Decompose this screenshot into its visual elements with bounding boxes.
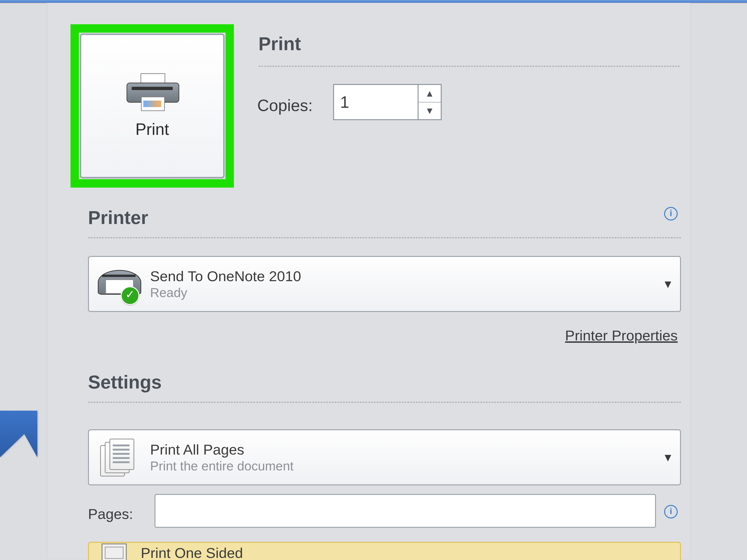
divider (88, 237, 681, 238)
copies-decrement[interactable]: ▼ (418, 102, 441, 119)
divider (88, 402, 681, 403)
tutorial-highlight: Print (71, 24, 234, 188)
copies-increment[interactable]: ▲ (418, 85, 441, 102)
print-button-label: Print (135, 120, 169, 139)
divider (258, 66, 680, 67)
copies-spinner[interactable]: ▲ ▼ (333, 84, 442, 120)
printer-select-text: Send To OneNote 2010 Ready (150, 268, 654, 300)
pages-input[interactable] (155, 494, 656, 528)
sides-dropdown[interactable]: Print One Sided (88, 542, 681, 560)
printer-select-dropdown[interactable]: ✓ Send To OneNote 2010 Ready ▼ (88, 256, 681, 312)
print-backstage-view: Print Print Copies: ▲ ▼ Printer i ✓ (0, 0, 747, 560)
spinner-arrows: ▲ ▼ (418, 85, 441, 119)
check-icon: ✓ (121, 286, 139, 305)
print-button[interactable]: Print (80, 34, 225, 178)
copies-label: Copies: (257, 96, 313, 115)
printer-icon (127, 73, 178, 113)
print-range-title: Print All Pages (150, 441, 654, 458)
print-range-subtitle: Print the entire document (150, 458, 654, 474)
pages-label: Pages: (88, 506, 133, 522)
single-page-icon (96, 543, 133, 560)
printer-ready-icon: ✓ (96, 265, 142, 303)
print-range-dropdown[interactable]: Print All Pages Print the entire documen… (88, 429, 681, 485)
sides-title: Print One Sided (141, 544, 243, 560)
backstage-tab-indicator (0, 411, 37, 457)
print-range-text: Print All Pages Print the entire documen… (150, 441, 654, 474)
printer-section-title: Printer (88, 207, 148, 229)
print-heading: Print (258, 33, 301, 55)
printer-status: Ready (150, 285, 654, 300)
pages-info-icon[interactable]: i (664, 505, 678, 518)
copies-input[interactable] (334, 92, 418, 112)
print-panel: Print Print Copies: ▲ ▼ Printer i ✓ (47, 3, 691, 558)
printer-info-icon[interactable]: i (664, 207, 678, 220)
window-title-bar (0, 0, 747, 3)
chevron-down-icon: ▼ (662, 278, 673, 291)
printer-properties-link[interactable]: Printer Properties (565, 327, 678, 344)
printer-name: Send To OneNote 2010 (150, 268, 654, 285)
settings-section-title: Settings (88, 371, 162, 393)
chevron-down-icon: ▼ (662, 451, 673, 464)
document-stack-icon (96, 439, 142, 476)
